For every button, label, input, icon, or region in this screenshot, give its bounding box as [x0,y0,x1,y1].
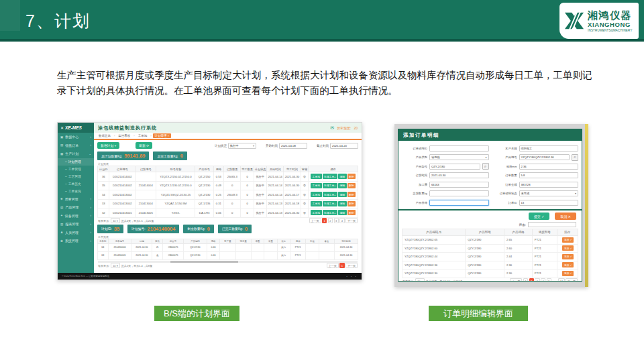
cancel-button[interactable]: 取消 ✕ [555,213,576,220]
page-number-2[interactable]: 2 [328,218,333,223]
row-action-button[interactable]: 新增工单+ [323,201,337,206]
field-input-订单金额[interactable]: 383728 [519,182,579,188]
per-page-select[interactable]: 10 ▾ [111,263,120,268]
tab-计划管理[interactable]: 计划管理 [153,133,171,138]
row-action-button[interactable]: 选择 ✓ [562,262,574,267]
row-action-button[interactable]: 选择 ✓ [562,254,574,259]
horizontal-scrollbar[interactable] [98,261,358,263]
row-action-button[interactable]: 工单池 [311,201,321,206]
field-input-订单数量[interactable]: 5.8 [519,172,579,178]
field-input-交货数量kg[interactable] [429,190,489,196]
field-input-客户名称[interactable]: 绵阳电工 [519,145,579,152]
tab-工单池[interactable]: 工单池 [136,133,150,138]
row-action-button[interactable]: 删除 [347,174,356,179]
field-input-订单ID[interactable]: 13 [519,200,579,206]
field-label: 订单数量 [492,174,517,177]
row-action-button[interactable]: 选择 ✓ [562,245,574,251]
row-action-button[interactable]: 删除 [347,210,356,215]
page-number-4[interactable]: 4 [541,278,545,282]
mes-tab-bar: 数据总览›监控看板›工单池›计划管理 [94,133,362,140]
envelope-icon[interactable]: ✉ [330,125,334,131]
page-number-3[interactable]: 3 [535,278,539,282]
refresh-button[interactable]: 刷新 ⟳ [136,142,152,149]
sidebar-item-报表管理[interactable]: ▥报表管理› [58,220,94,229]
row-action-button[interactable]: 新增工单+ [323,210,337,215]
start-date-input[interactable]: 2021-04-08 [279,143,307,149]
stat-label: 总完工数量Kg: [157,154,178,158]
tab-数据总览[interactable]: 数据总览 [97,133,113,138]
page-number-4[interactable]: 4 [339,218,344,223]
field-input-产品类型[interactable]: 涂包线▾ [429,154,489,160]
sidebar-item-产品管理[interactable]: ▧产品管理› [58,203,94,212]
field-input-订单明细状态[interactable]: 未完成▾ [519,190,579,196]
page-number-1[interactable]: 1 [523,278,528,282]
field-input-产品价格[interactable] [429,200,489,206]
plan-status-select[interactable]: 执行中▾ [228,143,256,149]
search-icon[interactable]: ⌕ [482,163,489,170]
page-number-1[interactable]: 1 [339,263,344,268]
row-action-button[interactable]: 编辑 [338,210,347,215]
row-action-button[interactable]: 工单池 [311,174,321,179]
prev-page-button[interactable]: 上一页 [309,218,321,223]
next-page-button[interactable]: 下一页 [566,278,578,282]
sidebar-item-销售订单[interactable]: ▤销售订单› [58,141,94,150]
next-page-button[interactable]: 下一页 [345,263,358,268]
column-header: 操作 [557,229,578,236]
form-field: 产品型号QZY-2/180⌕ [402,163,489,170]
sidebar-item-数据中心[interactable]: ▣数据中心› [58,133,94,141]
add-plan-button[interactable]: 新增计划 + [97,142,119,149]
sidebar-item-人员管理[interactable]: ♟人员管理› [58,229,94,237]
search-icon[interactable]: ⌕ [572,154,578,161]
per-page-select[interactable]: 10 ▾ [415,278,425,282]
row-action-button[interactable]: 选择 ✓ [562,271,574,276]
prev-page-button[interactable]: 上一页 [510,278,522,282]
end-date-input[interactable]: 2021-04-20 [330,143,358,149]
row-action-button[interactable]: 编辑 [338,174,347,179]
next-page-button[interactable]: 下一页 [345,218,358,223]
submit-button[interactable]: 提交 ✓ [529,213,550,220]
sidebar-item-工单查询[interactable]: –工单查询 [58,188,94,195]
form-field: 规格mm2.36 [492,163,579,170]
field-input-规格mm[interactable]: 2.36 [519,164,579,170]
row-action-button[interactable]: 工单池 [311,210,321,215]
sidebar-item-工艺管理[interactable]: –工艺管理 [58,173,94,180]
page-number-…[interactable]: … [553,279,557,282]
sidebar-item-工单历史[interactable]: –工单历史 [58,180,94,188]
plan-status-label: 计划状态 [215,144,227,147]
row-action-button[interactable]: 新增工单+ [323,174,337,179]
field-input-订单明细ID[interactable] [429,145,489,152]
page-number-1[interactable]: 1 [322,218,327,223]
scrollbar-thumb[interactable] [170,261,238,263]
prev-page-button[interactable]: 上一页 [327,263,339,268]
field-input-订货时间[interactable]: 2021-03-30 [429,172,489,178]
sidebar-item-质量管理[interactable]: ◈质量管理› [58,195,94,204]
field-input-加工费[interactable]: 66163 [429,182,489,188]
tab-监控看板[interactable]: 监控看板 [116,133,132,138]
sidebar-item-生产计划[interactable]: ▦生产计划⌄ [58,149,94,158]
row-action-button[interactable]: 工单池 [311,183,321,188]
stat-value: 35 [114,226,119,232]
row-action-button[interactable]: 编辑 [338,183,347,188]
row-action-button[interactable]: 删除 [347,183,356,188]
row-action-button[interactable]: 删除 [347,201,356,206]
page-number-5[interactable]: 5 [547,278,551,282]
row-action-button[interactable]: 新增工单+ [323,183,337,188]
column-header: 开始时间 [267,166,284,172]
sidebar-item-工单管理[interactable]: –工单管理 [58,166,94,173]
row-action-button[interactable]: 编辑 [338,192,347,197]
row-action-button[interactable]: 新增工单+ [323,192,337,197]
sidebar-item-系统管理[interactable]: ✿系统管理› [58,237,94,245]
search-input[interactable] [528,222,576,227]
per-page-select[interactable]: 10 ▾ [111,218,120,223]
page-number-2[interactable]: 2 [529,278,534,282]
row-action-button[interactable]: 工单池 [311,192,321,197]
page-number-3[interactable]: 3 [334,218,339,223]
field-input-产品编号[interactable]: YZQZY180QZY-2/1802.36 [519,154,570,160]
page-number-44[interactable]: 44 [558,278,564,282]
row-action-button[interactable]: 删除 [347,192,356,197]
sidebar-item-计划管理[interactable]: –计划管理 [58,158,94,166]
field-input-产品型号[interactable]: QZY-2/180 [429,164,480,170]
sidebar-item-设备管理[interactable]: ✦设备管理› [58,212,94,221]
row-action-button[interactable]: 编辑 [338,201,347,206]
row-action-button[interactable]: 选择 ✓ [562,237,574,243]
